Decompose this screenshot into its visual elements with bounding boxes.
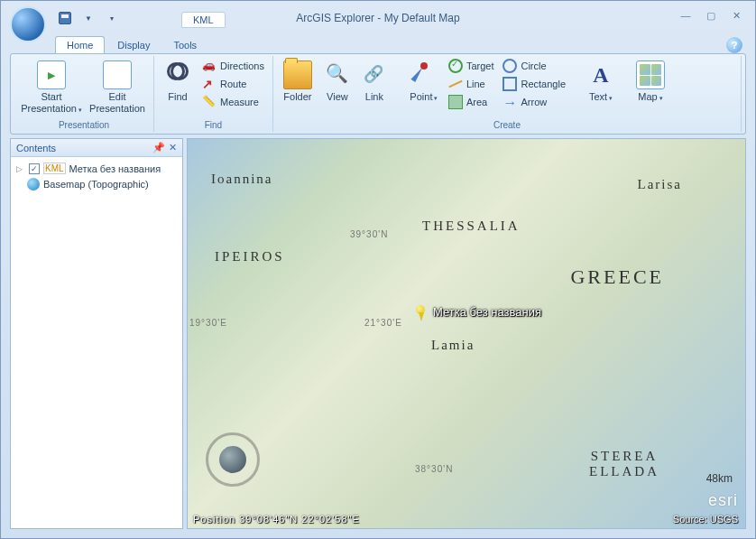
panel-header: Contents 📌 ✕ <box>11 139 182 157</box>
rectangle-icon <box>502 77 517 91</box>
edit-presentation-button[interactable]: Edit Presentation <box>87 58 148 117</box>
save-button[interactable] <box>55 8 75 28</box>
group-presentation: Start Presentation▾ Edit Presentation Pr… <box>14 56 154 132</box>
app-menu-button[interactable] <box>10 6 46 42</box>
graticule-label: 19°30'E <box>189 318 227 328</box>
magnifier-icon <box>323 60 352 89</box>
target-icon <box>448 59 463 73</box>
navigation-widget[interactable] <box>200 432 265 497</box>
tree-item-label: Метка без названия <box>69 163 161 174</box>
point-button[interactable]: Point▾ <box>406 58 442 106</box>
circle-icon <box>502 59 517 73</box>
link-button[interactable]: Link <box>358 58 391 106</box>
text-button[interactable]: A Text▾ <box>584 58 618 106</box>
coordinate-readout: Position 39°08'46"N 22°02'58"E <box>193 514 360 525</box>
qat-customize[interactable]: ▾ <box>102 8 122 28</box>
folder-icon <box>283 60 312 89</box>
attribution: Source: USGS <box>673 514 738 525</box>
country-label: GREECE <box>570 265 664 289</box>
car-icon <box>202 59 217 73</box>
help-button[interactable]: ? <box>726 37 742 53</box>
expand-icon[interactable]: ▷ <box>16 164 25 173</box>
map-button[interactable]: Map▾ <box>633 58 668 106</box>
kml-context-tab[interactable]: KML <box>181 12 226 28</box>
target-button[interactable]: Target <box>446 58 497 74</box>
find-button[interactable]: Find <box>160 58 196 106</box>
route-button[interactable]: Route <box>199 76 267 92</box>
ruler-icon <box>202 95 217 109</box>
titlebar: ▼ ▾ KML ArcGIS Explorer - My Default Map… <box>10 8 746 33</box>
edit-slides-icon <box>103 60 132 89</box>
directions-button[interactable]: Directions <box>199 58 267 74</box>
pushpin-icon <box>410 60 438 89</box>
arrow-icon <box>502 95 517 109</box>
window-title: ArcGIS Explorer - My Default Map <box>296 12 459 24</box>
text-icon: A <box>586 60 615 89</box>
route-icon <box>202 77 217 91</box>
line-button[interactable]: Line <box>446 76 497 92</box>
tab-display[interactable]: Display <box>106 37 161 53</box>
link-icon <box>360 60 389 89</box>
visibility-checkbox[interactable]: ✓ <box>29 163 40 174</box>
folder-button[interactable]: Folder <box>279 58 317 106</box>
tab-tools[interactable]: Tools <box>162 37 207 53</box>
region-label: STEREA ELLADA <box>589 449 659 479</box>
map-icon <box>636 60 665 89</box>
scale-bar: 48km <box>706 472 733 485</box>
measure-button[interactable]: Measure <box>199 94 267 110</box>
quick-access-toolbar: ▼ ▾ <box>55 8 122 28</box>
close-button[interactable]: ✕ <box>726 8 746 23</box>
region-label: THESSALIA <box>422 218 521 234</box>
play-icon <box>37 60 66 89</box>
binoculars-icon <box>163 60 192 89</box>
contents-tree: ▷ ✓ KML Метка без названия Basemap (Topo… <box>11 157 182 196</box>
region-label: IPEIROS <box>215 249 285 265</box>
view-button[interactable]: View <box>320 58 355 106</box>
graticule-label: 39°30'N <box>350 229 388 239</box>
tree-item-kml[interactable]: ▷ ✓ KML Метка без названия <box>14 161 179 176</box>
group-label: Find <box>160 118 267 132</box>
tree-item-label: Basemap (Topographic) <box>43 179 149 190</box>
rectangle-button[interactable]: Rectangle <box>500 76 568 92</box>
group-create: Folder View Link Point▾ Target Line <box>273 56 742 132</box>
start-presentation-button[interactable]: Start Presentation▾ <box>20 58 83 117</box>
arrow-button[interactable]: Arrow <box>500 94 568 110</box>
globe-icon <box>27 178 40 191</box>
graticule-label: 38°30'N <box>415 464 453 474</box>
minimize-button[interactable]: — <box>676 8 696 23</box>
map-viewport[interactable]: Ioannina Larisa THESSALIA IPEIROS GREECE… <box>187 138 746 529</box>
panel-title: Contents <box>16 143 56 153</box>
ribbon: Start Presentation▾ Edit Presentation Pr… <box>10 53 746 135</box>
city-label: Larisa <box>638 177 682 192</box>
circle-button[interactable]: Circle <box>500 58 568 74</box>
group-label: Create <box>279 118 735 132</box>
content-area: Contents 📌 ✕ ▷ ✓ KML Метка без названия … <box>10 138 746 529</box>
group-label: Presentation <box>20 118 148 132</box>
group-find: Find Directions Route Measure Find <box>154 56 273 132</box>
save-dropdown[interactable]: ▼ <box>78 8 98 28</box>
close-panel-button[interactable]: ✕ <box>169 142 177 153</box>
ribbon-tabs: Home Display Tools ? <box>55 33 746 53</box>
esri-logo: esri <box>708 491 738 510</box>
kml-icon: KML <box>43 163 66 174</box>
city-label: Lamia <box>431 338 475 353</box>
maximize-button[interactable]: ▢ <box>701 8 721 23</box>
app-window: ▼ ▾ KML ArcGIS Explorer - My Default Map… <box>0 0 756 539</box>
tree-item-basemap[interactable]: Basemap (Topographic) <box>14 176 179 192</box>
city-label: Ioannina <box>211 172 272 187</box>
contents-panel: Contents 📌 ✕ ▷ ✓ KML Метка без названия … <box>10 138 183 529</box>
map-pushpin[interactable] <box>413 305 428 323</box>
pushpin-label: Метка без названия <box>433 305 541 319</box>
graticule-label: 21°30'E <box>364 318 402 328</box>
tab-home[interactable]: Home <box>55 36 105 53</box>
pin-button[interactable]: 📌 <box>152 142 165 153</box>
